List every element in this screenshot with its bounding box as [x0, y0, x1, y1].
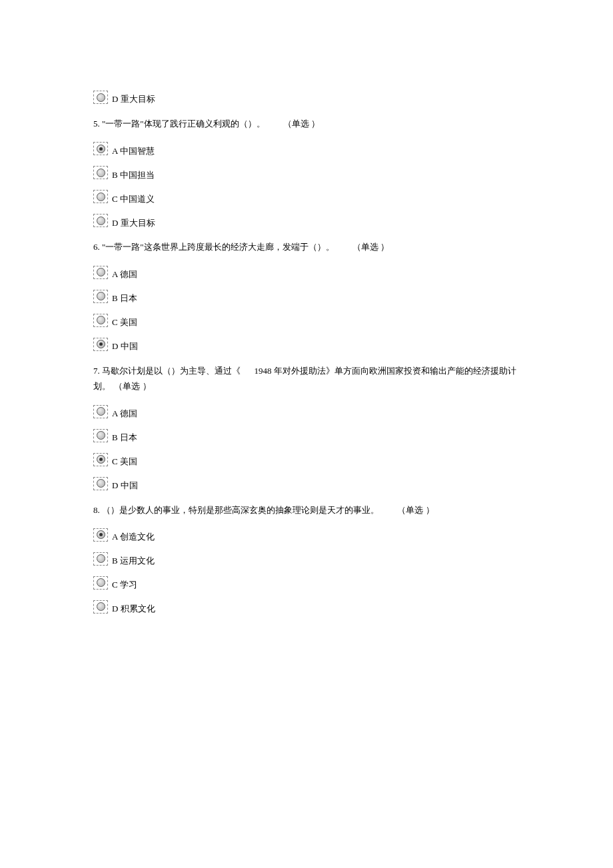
- option-row-c: C 学习: [93, 576, 520, 590]
- radio-box[interactable]: [93, 190, 108, 203]
- radio-icon: [97, 169, 105, 177]
- option-text: 创造文化: [120, 532, 155, 542]
- option-letter: C: [112, 580, 118, 590]
- option-label: A 中国智慧: [112, 145, 155, 158]
- option-text: 德国: [120, 408, 137, 418]
- option-label: B 日本: [112, 431, 137, 444]
- radio-box[interactable]: [93, 91, 108, 104]
- question-text: 6. "一带一路"这条世界上跨度最长的经济大走廊，发端于（）。 （单选 ）: [93, 239, 520, 254]
- option-letter: A: [112, 269, 118, 279]
- option-row-c: C 中国道义: [93, 190, 520, 203]
- option-letter: A: [112, 532, 118, 542]
- question-5: 5. "一带一路"体现了践行正确义利观的（）。 （单选 ） A 中国智慧 B 中…: [93, 116, 520, 227]
- option-letter: A: [112, 146, 118, 156]
- option-row-d: D 重大目标: [93, 214, 520, 227]
- option-text: 中国道义: [120, 194, 155, 204]
- question-number: 6.: [93, 239, 100, 254]
- radio-box[interactable]: [93, 266, 108, 279]
- question-text: 5. "一带一路"体现了践行正确义利观的（）。 （单选 ）: [93, 116, 520, 131]
- option-text: 中国智慧: [120, 146, 155, 156]
- option-row-a: A 德国: [93, 266, 520, 279]
- radio-box[interactable]: [93, 552, 108, 566]
- radio-icon: [97, 602, 105, 611]
- option-letter: C: [112, 194, 118, 204]
- option-row-d: D 中国: [93, 477, 520, 490]
- radio-box[interactable]: [93, 166, 108, 179]
- option-row-a: A 德国: [93, 405, 520, 418]
- option-letter: D: [112, 604, 118, 614]
- question-7: 7. 马歇尔计划是以（）为主导、通过《 1948 年对外援助法》单方面向欧洲国家…: [93, 363, 520, 490]
- option-row-b: B 日本: [93, 290, 520, 303]
- option-label: C 中国道义: [112, 193, 155, 206]
- radio-box[interactable]: [93, 477, 108, 490]
- question-body-year: 1948: [255, 366, 272, 376]
- radio-box[interactable]: [93, 528, 108, 542]
- option-text: 德国: [120, 269, 137, 279]
- option-letter: D: [112, 341, 118, 351]
- option-label: A 德国: [112, 407, 137, 420]
- option-letter: C: [112, 317, 118, 327]
- question-body: "一带一路"这条世界上跨度最长的经济大走廊，发端于（）。: [102, 242, 334, 252]
- option-row-b: B 中国担当: [93, 166, 520, 179]
- radio-icon: [97, 268, 105, 276]
- radio-icon: [97, 93, 105, 102]
- option-row-d: D 积累文化: [93, 600, 520, 614]
- radio-box[interactable]: [93, 290, 108, 303]
- question-body: "一带一路"体现了践行正确义利观的（）。: [102, 119, 265, 129]
- option-label: D 重大目标: [112, 217, 155, 230]
- option-text: 运用文化: [120, 556, 155, 566]
- option-text: 重大目标: [121, 94, 155, 104]
- radio-box[interactable]: [93, 214, 108, 227]
- option-letter: C: [112, 456, 118, 466]
- radio-icon: [97, 479, 105, 488]
- option-text: 重大目标: [121, 218, 155, 228]
- radio-icon: [97, 431, 105, 440]
- radio-icon: [97, 578, 105, 587]
- radio-icon: [97, 193, 105, 201]
- question-number: 8.: [93, 502, 100, 518]
- radio-box[interactable]: [93, 338, 108, 351]
- option-label: B 运用文化: [112, 554, 155, 568]
- question-type: （单选 ）: [352, 239, 389, 254]
- option-letter: B: [112, 293, 118, 303]
- radio-icon: [97, 407, 105, 416]
- radio-icon: [97, 455, 105, 464]
- radio-box[interactable]: [93, 576, 108, 590]
- question-6: 6. "一带一路"这条世界上跨度最长的经济大走廊，发端于（）。 （单选 ） A …: [93, 239, 520, 350]
- question-8: 8. （）是少数人的事业，特别是那些高深玄奥的抽象理论则是天才的事业。 （单选 …: [93, 502, 520, 614]
- radio-icon: [97, 217, 105, 225]
- radio-icon: [97, 530, 105, 539]
- option-text: 日本: [120, 293, 137, 303]
- radio-box[interactable]: [93, 405, 108, 418]
- option-label: A 创造文化: [112, 530, 155, 544]
- radio-box[interactable]: [93, 314, 108, 327]
- radio-box[interactable]: [93, 429, 108, 442]
- option-row-d: D 中国: [93, 338, 520, 351]
- option-text: 学习: [120, 580, 137, 590]
- option-letter: A: [112, 408, 118, 418]
- radio-icon: [97, 316, 105, 324]
- option-row-c: C 美国: [93, 453, 520, 466]
- option-label: D 中国: [112, 479, 138, 492]
- option-text: 美国: [120, 456, 137, 466]
- radio-icon: [97, 292, 105, 300]
- radio-box[interactable]: [93, 142, 108, 155]
- radio-box[interactable]: [93, 453, 108, 466]
- option-label: C 学习: [112, 578, 137, 592]
- option-text: 中国: [121, 341, 138, 351]
- option-label: B 中国担当: [112, 169, 155, 182]
- partial-option-row: D 重大目标: [93, 91, 520, 104]
- option-label: D 中国: [112, 340, 138, 353]
- radio-icon: [97, 554, 105, 563]
- option-label: C 美国: [112, 316, 137, 329]
- question-body-pre: 马歇尔计划是以（）为主导、通过《: [102, 366, 241, 376]
- option-text: 积累文化: [121, 604, 155, 614]
- option-row-a: A 创造文化: [93, 528, 520, 542]
- question-type: （单选 ）: [283, 116, 320, 131]
- radio-icon: [97, 145, 105, 153]
- question-number: 7.: [93, 363, 100, 378]
- option-letter: B: [112, 556, 118, 566]
- option-letter: D: [112, 218, 118, 228]
- question-text: 8. （）是少数人的事业，特别是那些高深玄奥的抽象理论则是天才的事业。 （单选 …: [93, 502, 520, 518]
- radio-box[interactable]: [93, 600, 108, 614]
